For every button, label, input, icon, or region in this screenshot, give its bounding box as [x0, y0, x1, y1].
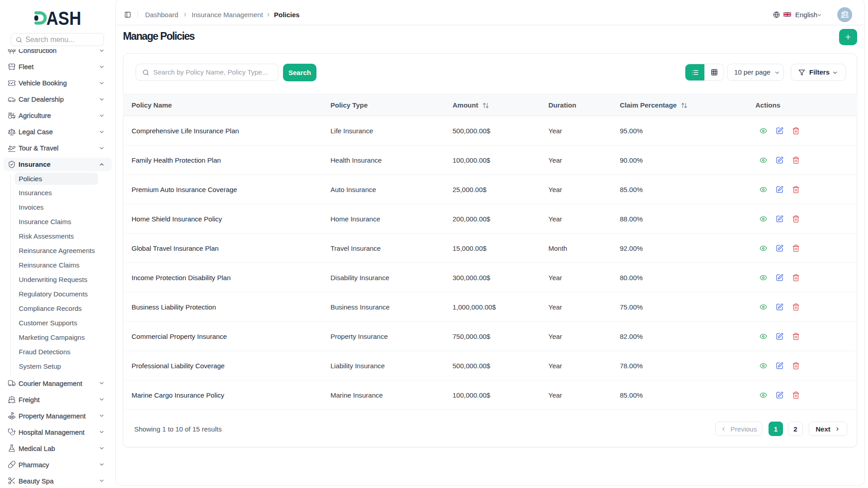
svg-text:ASH: ASH [47, 11, 81, 25]
